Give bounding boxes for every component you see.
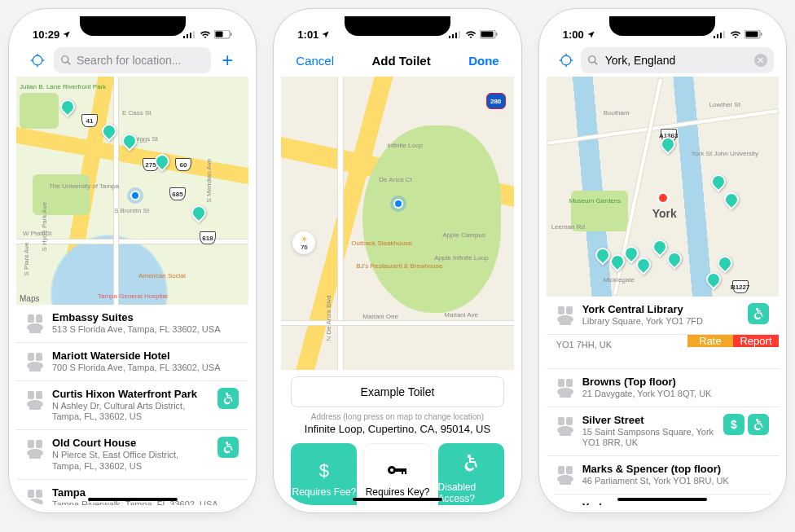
toilet-name-value: Example Toilet xyxy=(361,385,435,398)
add-button[interactable]: + xyxy=(217,49,237,72)
svg-rect-42 xyxy=(481,31,493,37)
svg-rect-70 xyxy=(566,379,573,387)
toilet-icon xyxy=(26,313,44,334)
svg-rect-52 xyxy=(720,33,722,38)
list-row[interactable]: Mariott Waterside Hotel 700 S Florida Av… xyxy=(16,343,248,381)
option-key[interactable]: Requires Key? xyxy=(363,443,431,505)
svg-rect-76 xyxy=(560,433,571,436)
cancel-button[interactable]: Cancel xyxy=(292,54,337,68)
map-road: Leeman Rd xyxy=(551,223,585,231)
results-list[interactable]: Embassy Suites 513 S Florida Ave, Tampa,… xyxy=(16,305,248,505)
svg-rect-18 xyxy=(29,330,41,333)
row-title: York xyxy=(582,501,761,505)
svg-rect-19 xyxy=(28,353,34,361)
crosshair-icon xyxy=(558,52,574,68)
status-time: 1:01 xyxy=(297,29,318,41)
svg-rect-56 xyxy=(761,33,762,36)
map-street: S Meridian Ave xyxy=(205,159,213,203)
list-row[interactable]: York Central Library Library Square, Yor… xyxy=(547,297,779,335)
svg-point-77 xyxy=(756,418,758,420)
search-field[interactable]: ✕ xyxy=(581,47,774,73)
option-row: $ Requires Fee? Requires Key? Disabled A… xyxy=(289,443,505,505)
svg-rect-16 xyxy=(36,314,42,323)
svg-rect-40 xyxy=(459,31,460,38)
crosshair-icon xyxy=(29,52,46,68)
list-row[interactable]: Old Court House N Pierce St, East Office… xyxy=(16,430,248,480)
svg-rect-6 xyxy=(231,33,232,36)
map-view[interactable]: Museum Gardens York York St John Univers… xyxy=(547,77,779,297)
toilet-name-field[interactable]: Example Toilet xyxy=(291,376,503,407)
map-city-label: York xyxy=(652,207,677,220)
map-road: Bootham xyxy=(604,109,630,117)
option-fee[interactable]: $ Requires Fee? xyxy=(291,443,357,505)
list-row[interactable]: Silver Street 15 Saint Sampsons Square, … xyxy=(547,407,779,457)
search-field[interactable]: Search for location... xyxy=(54,47,211,73)
svg-point-32 xyxy=(226,442,228,444)
svg-rect-22 xyxy=(29,368,41,372)
status-time: 1:00 xyxy=(563,29,584,41)
list-row[interactable]: Tampa Tampa Riverwalk, Tampa, FL 33602, … xyxy=(16,480,248,506)
svg-rect-43 xyxy=(496,33,498,36)
cellular-icon xyxy=(714,30,727,38)
home-indicator[interactable] xyxy=(617,498,707,501)
list-row[interactable]: Curtis Hixon Waterfront Park N Ashley Dr… xyxy=(16,381,248,431)
map-poi: Mariani Ave xyxy=(444,311,478,319)
svg-rect-51 xyxy=(717,34,718,38)
svg-rect-79 xyxy=(566,466,573,474)
svg-rect-82 xyxy=(558,504,564,505)
option-disabled-access[interactable]: Disabled Access? xyxy=(438,443,504,505)
row-title: Embassy Suites xyxy=(52,311,239,323)
svg-rect-29 xyxy=(36,440,42,448)
battery-icon xyxy=(214,30,232,39)
map-poi: Outback Steakhouse xyxy=(351,240,411,247)
toilet-icon xyxy=(556,503,574,505)
map-poi: Tampa General Hospital xyxy=(98,292,168,300)
phone-screenshot-1: 10:29 Search for location... + Julian B.… xyxy=(16,16,248,505)
map-view[interactable]: 280 Infinite Loop Outback Steakhouse BJ'… xyxy=(281,77,513,370)
fee-badge: $ xyxy=(723,414,744,435)
location-services-icon xyxy=(586,30,595,39)
address-hint: Address (long press on map to change loc… xyxy=(289,412,505,421)
svg-rect-0 xyxy=(183,36,185,38)
cellular-icon xyxy=(449,30,462,38)
home-indicator[interactable] xyxy=(88,498,178,501)
accessible-badge xyxy=(217,388,239,409)
toilet-icon xyxy=(556,464,574,486)
search-icon xyxy=(60,55,72,66)
nav-title: Add Toilet xyxy=(344,54,459,68)
search-input[interactable] xyxy=(604,53,749,68)
row-subtitle: N Pierce St, East Office District, Tampa… xyxy=(52,450,209,473)
clear-search-button[interactable]: ✕ xyxy=(754,54,767,67)
accessible-badge xyxy=(217,437,239,458)
row-title: York Central Library xyxy=(582,303,740,315)
battery-icon xyxy=(744,30,762,39)
toilet-icon xyxy=(26,488,44,506)
user-location-dot xyxy=(130,191,140,200)
notch xyxy=(345,16,450,36)
row-subtitle: Library Square, York YO1 7FD xyxy=(582,316,740,328)
row-subtitle: N Ashley Dr, Cultural Arts District, Tam… xyxy=(52,401,209,424)
results-list[interactable]: York Central Library Library Square, Yor… xyxy=(547,297,779,505)
list-row[interactable]: Embassy Suites 513 S Florida Ave, Tampa,… xyxy=(16,305,248,343)
route-shield: 685 xyxy=(169,187,186,200)
row-subtitle: 46 Parliament St, York YO1 8RU, UK xyxy=(582,476,761,487)
map-road: De Anza Ct xyxy=(379,176,411,183)
map-street: S Brorein St xyxy=(114,207,149,214)
svg-rect-39 xyxy=(455,33,457,38)
done-button[interactable]: Done xyxy=(465,54,503,68)
svg-rect-53 xyxy=(723,31,725,38)
address-value: Infinite Loop, Cupertino, CA, 95014, US xyxy=(289,423,505,435)
nav-bar: Search for location... + xyxy=(24,44,240,77)
map-view[interactable]: Julian B. Lane Riverfront Park The Unive… xyxy=(16,77,248,305)
report-action[interactable]: Report xyxy=(733,335,779,347)
locate-button[interactable] xyxy=(28,51,47,70)
svg-rect-34 xyxy=(36,490,42,498)
rate-action[interactable]: Rate xyxy=(687,335,733,347)
locate-button[interactable] xyxy=(558,51,574,70)
home-indicator[interactable] xyxy=(353,498,442,501)
list-row[interactable]: Browns (Top floor) 21 Davygate, York YO1… xyxy=(547,369,779,407)
map-street: S Plant Ave xyxy=(23,242,30,275)
list-row[interactable]: Marks & Spencer (top floor) 46 Parliamen… xyxy=(547,456,779,495)
svg-point-62 xyxy=(588,56,595,63)
route-shield: 41 xyxy=(81,114,98,127)
